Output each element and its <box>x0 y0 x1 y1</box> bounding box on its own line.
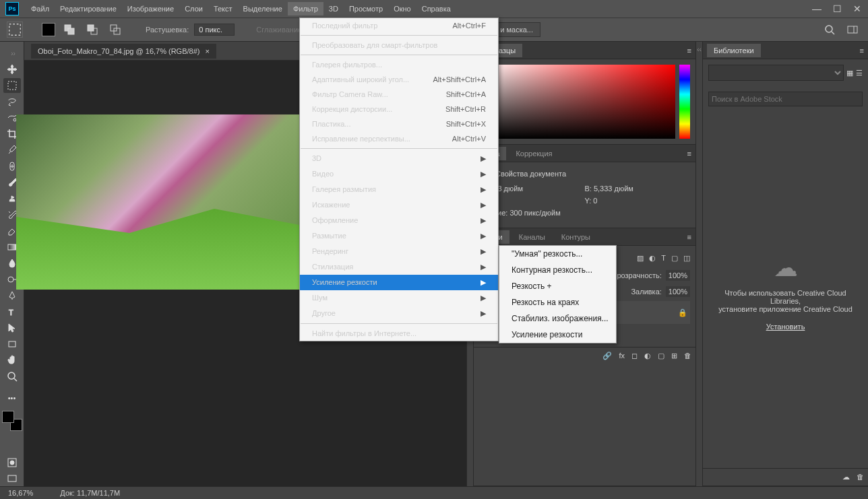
hand-tool[interactable] <box>3 353 21 368</box>
delete-icon[interactable]: 🗑 <box>857 473 864 481</box>
stock-search-input[interactable] <box>708 92 863 106</box>
filter-smart-icon[interactable]: ◫ <box>683 254 690 263</box>
collapsed-panels-strip-2[interactable]: ‹‹ <box>695 42 702 486</box>
filter-item[interactable]: Пластика...Shift+Ctrl+X <box>300 117 498 131</box>
sharpen-item[interactable]: Контурная резкость... <box>499 262 616 278</box>
filter-item[interactable]: Видео▶ <box>300 166 498 182</box>
menu-окно[interactable]: Окно <box>388 2 416 15</box>
menu-выделение[interactable]: Выделение <box>238 2 288 15</box>
cloud-sync-icon[interactable]: ☁ <box>842 473 850 481</box>
menu-слои[interactable]: Слои <box>179 2 208 15</box>
status-bar: 16,67% Док: 11,7M/11,7M <box>0 486 868 499</box>
filter-item[interactable]: Коррекция дисторсии...Shift+Ctrl+R <box>300 102 498 117</box>
close-tab-icon[interactable]: × <box>205 47 209 55</box>
filter-adjust-icon[interactable]: ◐ <box>649 254 656 263</box>
filter-item[interactable]: Оформление▶ <box>300 213 498 228</box>
panel-menu-icon[interactable]: ≡ <box>687 46 691 55</box>
menu-просмотр[interactable]: Просмотр <box>344 2 388 15</box>
menu-текст[interactable]: Текст <box>208 2 238 15</box>
intersect-selection-icon[interactable] <box>106 22 124 37</box>
channels-tab[interactable]: Каналы <box>512 230 552 244</box>
filter-pixel-icon[interactable]: ▨ <box>637 254 644 263</box>
path-selection-tool[interactable] <box>3 321 21 335</box>
add-selection-icon[interactable] <box>61 22 78 37</box>
feather-input[interactable] <box>194 24 235 36</box>
minimize-button[interactable]: — <box>811 3 822 14</box>
menu-3d[interactable]: 3D <box>323 2 344 15</box>
link-layers-icon[interactable]: 🔗 <box>602 352 612 360</box>
new-selection-icon[interactable] <box>42 23 55 36</box>
color-picker[interactable] <box>479 65 690 139</box>
sharpen-item[interactable]: Резкость + <box>499 278 616 294</box>
workspace-icon[interactable] <box>844 22 861 37</box>
close-button[interactable]: ✕ <box>852 3 863 14</box>
document-tab[interactable]: Oboi_Foto_Makro_70_84.jpg @ 16,7% (RGB/8… <box>31 44 216 59</box>
delete-layer-icon[interactable]: 🗑 <box>684 352 691 360</box>
screen-mode-icon[interactable] <box>3 471 21 486</box>
maximize-button[interactable]: ☐ <box>832 3 842 14</box>
group-icon[interactable]: ▢ <box>658 352 664 360</box>
menu-справка[interactable]: Справка <box>416 2 456 15</box>
lasso-tool[interactable] <box>3 94 21 109</box>
filter-item[interactable]: Фильтр Camera Raw...Shift+Ctrl+A <box>300 87 498 102</box>
layer-style-icon[interactable]: fx <box>619 352 625 360</box>
filter-item[interactable]: Последний фильтрAlt+Ctrl+F <box>300 18 498 33</box>
menu-фильтр[interactable]: Фильтр <box>288 2 323 15</box>
subtract-selection-icon[interactable] <box>84 22 101 37</box>
menu-изображение[interactable]: Изображение <box>122 2 179 15</box>
filter-item[interactable]: 3D▶ <box>300 151 498 166</box>
filter-item[interactable]: Преобразовать для смарт-фильтров <box>300 38 498 53</box>
filter-item[interactable]: Найти фильтры в Интернете... <box>300 326 498 341</box>
svg-point-17 <box>8 277 13 282</box>
sharpen-item[interactable]: Стабилиз. изображения... <box>499 310 616 327</box>
rectangle-tool[interactable] <box>3 337 21 352</box>
install-link[interactable]: Установить <box>712 323 859 331</box>
hue-slider[interactable] <box>679 65 690 139</box>
filter-item[interactable]: Рендеринг▶ <box>300 244 498 259</box>
adjustment-layer-icon[interactable]: ◐ <box>644 352 651 360</box>
new-layer-icon[interactable]: ⊞ <box>671 352 677 360</box>
filter-item[interactable]: Стилизация▶ <box>300 259 498 275</box>
marquee-tool-preset-icon[interactable] <box>7 22 23 38</box>
panel-menu-icon[interactable]: ≡ <box>860 46 864 55</box>
filter-item[interactable]: Исправление перспективы...Alt+Ctrl+V <box>300 131 498 146</box>
marquee-tool[interactable] <box>3 78 21 93</box>
filter-item[interactable]: Искажение▶ <box>300 197 498 213</box>
menu-файл[interactable]: Файл <box>26 2 55 15</box>
filter-item[interactable]: Галерея размытия▶ <box>300 182 498 197</box>
type-tool[interactable]: T <box>3 304 21 319</box>
pen-tool[interactable] <box>3 288 21 303</box>
filter-item[interactable]: Галерея фильтров... <box>300 57 498 72</box>
filter-item[interactable]: Другое▶ <box>300 306 498 321</box>
filter-item[interactable]: Размытие▶ <box>300 228 498 244</box>
sharpen-item[interactable]: Усиление резкости <box>499 327 616 343</box>
edit-toolbar-icon[interactable]: ••• <box>3 391 21 405</box>
foreground-color-swatch[interactable] <box>2 411 14 423</box>
color-field[interactable] <box>479 65 675 139</box>
panel-menu-icon[interactable]: ≡ <box>687 233 691 241</box>
quick-mask-icon[interactable] <box>3 455 21 470</box>
zoom-level[interactable]: 16,67% <box>8 489 33 497</box>
sharpen-item[interactable]: Резкость на краях <box>499 294 616 310</box>
layer-mask-icon[interactable]: ◻ <box>631 352 638 360</box>
sharpen-item[interactable]: "Умная" резкость... <box>499 246 616 262</box>
library-select[interactable] <box>708 65 844 81</box>
filter-shape-icon[interactable]: ▢ <box>671 254 678 263</box>
grid-view-icon[interactable]: ▦ <box>846 69 853 77</box>
fill-value[interactable]: 100% <box>666 286 690 297</box>
search-icon[interactable] <box>821 22 838 37</box>
filter-type-icon[interactable]: T <box>661 254 666 262</box>
zoom-tool[interactable] <box>3 369 21 384</box>
filter-item[interactable]: Усиление резкости▶ <box>300 275 498 290</box>
paths-tab[interactable]: Контуры <box>555 230 597 244</box>
color-swatches[interactable] <box>2 411 22 431</box>
filter-item[interactable]: Шум▶ <box>300 290 498 306</box>
filter-item[interactable]: Адаптивный широкий угол...Alt+Shift+Ctrl… <box>300 72 498 87</box>
move-tool[interactable] <box>3 62 21 77</box>
panel-menu-icon[interactable]: ≡ <box>687 149 691 158</box>
opacity-value[interactable]: 100% <box>666 270 690 281</box>
adjustments-tab[interactable]: Коррекция <box>509 147 559 160</box>
list-view-icon[interactable]: ☰ <box>856 69 863 77</box>
libraries-tab[interactable]: Библиотеки <box>707 44 761 57</box>
menu-редактирование[interactable]: Редактирование <box>55 2 122 15</box>
